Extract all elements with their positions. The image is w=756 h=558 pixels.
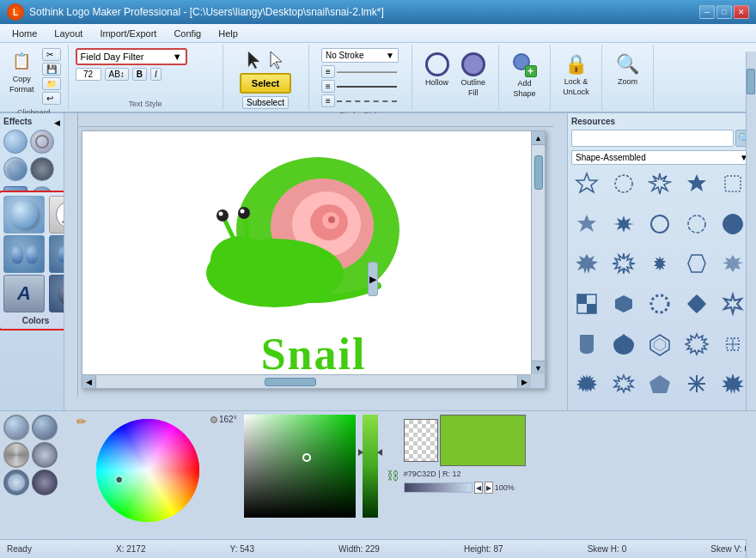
- scroll-right-small[interactable]: ▶: [485, 482, 493, 494]
- save-button[interactable]: 💾: [42, 63, 61, 76]
- menu-help[interactable]: Help: [210, 27, 247, 40]
- scroll-right-btn[interactable]: ▶: [517, 375, 531, 389]
- shape-item[interactable]: [571, 288, 602, 319]
- lock-unlock-button[interactable]: 🔒 Lock & UnLock: [556, 46, 596, 103]
- effect-ring-6[interactable]: [32, 470, 58, 495]
- shape-item[interactable]: [571, 248, 602, 279]
- shape-type-dropdown[interactable]: Shape-Assembled ▼: [571, 150, 753, 165]
- color-preview-fill[interactable]: [440, 415, 526, 466]
- scroll-left-btn[interactable]: ◀: [82, 375, 96, 389]
- effect-btn-4[interactable]: [30, 157, 54, 181]
- shape-item[interactable]: [571, 329, 602, 360]
- h-scroll-thumb[interactable]: [265, 378, 316, 386]
- stroke-type-combo[interactable]: No Stroke ▼: [321, 48, 399, 63]
- menu-import-export[interactable]: Import/Export: [91, 27, 165, 40]
- shape-item[interactable]: [571, 168, 602, 199]
- shape-item[interactable]: [644, 288, 675, 319]
- shape-item[interactable]: [608, 209, 639, 240]
- shape-item[interactable]: [644, 168, 675, 199]
- shape-item[interactable]: [608, 288, 639, 319]
- effect-btn-1[interactable]: [3, 130, 27, 154]
- canvas-area[interactable]: Snail ◀ ▶ ▲ ▼: [64, 113, 567, 410]
- open-button[interactable]: 📁: [42, 77, 61, 90]
- outline-fill-button[interactable]: Outline Fill: [457, 50, 491, 100]
- select-button[interactable]: Select: [240, 73, 291, 94]
- shape-item[interactable]: [571, 209, 602, 240]
- zoom-button[interactable]: 🔍 Zoom: [609, 46, 646, 93]
- font-size-input[interactable]: 72: [76, 68, 101, 81]
- scroll-up-btn[interactable]: ▲: [532, 131, 546, 145]
- shape-item[interactable]: [717, 329, 748, 360]
- shape-item[interactable]: [644, 329, 675, 360]
- text-scale-button[interactable]: AB↕: [105, 68, 129, 81]
- shape-item[interactable]: [717, 168, 748, 199]
- shape-item[interactable]: [608, 368, 639, 399]
- custom-item-8[interactable]: [49, 275, 64, 312]
- effect-btn-3[interactable]: [3, 157, 27, 181]
- percent-bar[interactable]: [404, 482, 472, 493]
- shape-item[interactable]: [717, 209, 748, 240]
- scissors-button[interactable]: ✂: [42, 48, 61, 61]
- color-wheel-canvas[interactable]: [92, 415, 204, 526]
- shape-item[interactable]: [681, 368, 712, 399]
- minimize-button[interactable]: ─: [699, 5, 715, 19]
- shape-item[interactable]: [608, 168, 639, 199]
- shape-item[interactable]: [717, 248, 748, 279]
- maximize-button[interactable]: □: [716, 5, 732, 19]
- link-icon[interactable]: ⛓: [387, 469, 399, 482]
- stroke-style-1-button[interactable]: ≡: [321, 65, 335, 78]
- effect-ring-1[interactable]: [3, 415, 29, 440]
- effect-ring-5[interactable]: [3, 470, 29, 495]
- menu-home[interactable]: Home: [3, 27, 46, 40]
- hollow-button[interactable]: Hollow: [421, 50, 454, 100]
- effect-ring-2[interactable]: [32, 415, 58, 440]
- font-name-combo[interactable]: Field Day Filter ▼: [76, 48, 187, 65]
- custom-item-1[interactable]: [3, 196, 45, 234]
- custom-item-2[interactable]: [49, 196, 64, 234]
- shape-item[interactable]: [644, 368, 675, 399]
- shape-item[interactable]: [571, 368, 602, 399]
- shape-item[interactable]: [681, 209, 712, 240]
- saturation-bar-area[interactable]: [363, 415, 378, 518]
- shape-item[interactable]: [681, 168, 712, 199]
- color-wheel-container[interactable]: [92, 415, 204, 526]
- search-input[interactable]: [571, 130, 734, 147]
- canvas-inner[interactable]: Snail ◀ ▶ ▲ ▼: [82, 130, 546, 389]
- add-shape-button[interactable]: + Add Shape: [506, 46, 544, 105]
- window-controls[interactable]: ─ □ ✕: [699, 5, 749, 19]
- italic-button[interactable]: I: [150, 68, 162, 81]
- bold-button[interactable]: B: [132, 68, 147, 81]
- shape-item[interactable]: [608, 329, 639, 360]
- shape-item[interactable]: [608, 248, 639, 279]
- panel-collapse-handle[interactable]: ▶: [368, 262, 378, 296]
- effects-collapse[interactable]: ◀: [54, 118, 60, 127]
- shape-item[interactable]: [681, 248, 712, 279]
- resources-vscrollbar[interactable]: [746, 113, 756, 410]
- v-scroll-thumb[interactable]: [534, 155, 543, 190]
- shape-item[interactable]: [644, 248, 675, 279]
- gradient-picker-area[interactable]: [244, 415, 356, 536]
- menu-layout[interactable]: Layout: [46, 27, 91, 40]
- subselect-button[interactable]: Subselect: [242, 96, 289, 109]
- effect-ring-3[interactable]: [3, 442, 29, 468]
- close-button[interactable]: ✕: [734, 5, 749, 19]
- effect-ring-4[interactable]: [32, 442, 58, 468]
- shape-item[interactable]: [717, 288, 748, 319]
- gradient-canvas[interactable]: [244, 415, 356, 518]
- copy-format-button[interactable]: 📋 Copy Format: [5, 46, 39, 96]
- saturation-canvas[interactable]: [363, 415, 378, 518]
- custom-item-4[interactable]: [3, 235, 45, 273]
- h-scrollbar[interactable]: ◀ ▶: [82, 374, 531, 388]
- custom-item-7[interactable]: A: [3, 275, 45, 312]
- undo-button[interactable]: ↩: [42, 92, 61, 105]
- scroll-down-btn[interactable]: ▼: [532, 361, 546, 374]
- scroll-left-small[interactable]: ◀: [474, 482, 483, 494]
- effect-btn-2[interactable]: [30, 130, 54, 154]
- color-preview-empty[interactable]: [404, 419, 438, 462]
- pencil-icon[interactable]: ✏: [76, 415, 87, 428]
- shape-item[interactable]: [644, 209, 675, 240]
- shape-item[interactable]: [717, 368, 748, 399]
- stroke-style-2-button[interactable]: ≡: [321, 80, 335, 93]
- custom-item-5[interactable]: [49, 235, 64, 273]
- v-scrollbar[interactable]: ▲ ▼: [531, 131, 545, 374]
